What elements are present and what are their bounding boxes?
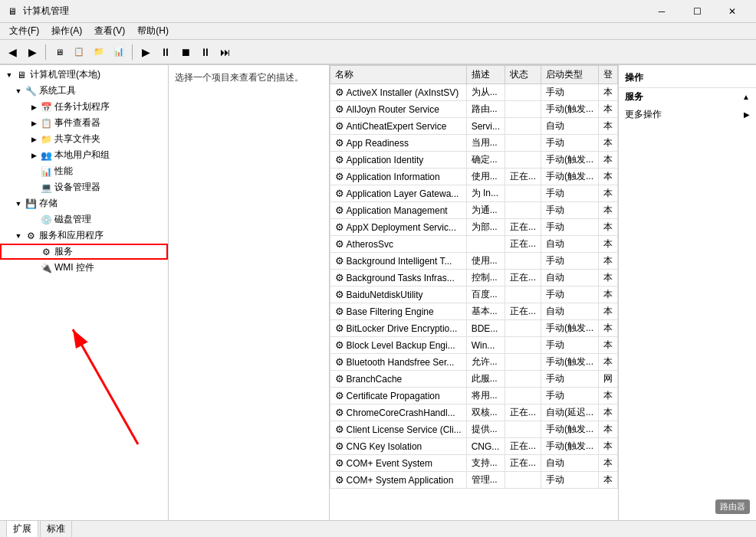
svcapp-label: 服务和应用程序 — [39, 229, 104, 242]
col-name[interactable]: 名称 — [330, 66, 466, 84]
title-bar: 🖥 计算机管理 ─ ☐ ✕ — [0, 0, 756, 23]
table-area[interactable]: 名称 描述 状态 启动类型 登 ⚙ActiveX Installer (AxIn… — [330, 65, 618, 520]
table-row[interactable]: ⚙ChromeCoreCrashHandl...双核...正在...自动(延迟.… — [330, 404, 617, 421]
stop-button[interactable]: ⏹ — [176, 43, 195, 61]
table-row[interactable]: ⚙BitLocker Drive Encryptio...BDE...手动(触发… — [330, 320, 617, 337]
menu-view[interactable]: 查看(V) — [88, 23, 131, 39]
tree-event-viewer[interactable]: ▶ 📋 事件查看器 — [0, 115, 168, 131]
table-row[interactable]: ⚙BaiduNetdiskUtility百度...手动本 — [330, 287, 617, 303]
service-desc-cell: 将用... — [466, 388, 505, 404]
col-login[interactable]: 登 — [599, 66, 618, 84]
table-row[interactable]: ⚙AllJoyn Router Service路由...手动(触发...本 — [330, 101, 617, 118]
back-button[interactable]: ◀ — [3, 43, 21, 61]
table-row[interactable]: ⚙App Readiness当用...手动本 — [330, 135, 617, 152]
shared-toggle[interactable]: ▶ — [28, 133, 40, 146]
root-icon: 🖥 — [15, 69, 28, 81]
table-row[interactable]: ⚙AtherosSvc正在...自动本 — [330, 236, 617, 253]
table-row[interactable]: ⚙Client License Service (Cli...提供...手动(触… — [330, 421, 617, 438]
table-row[interactable]: ⚙AntiCheatExpert ServiceServi...自动本 — [330, 118, 617, 135]
tree-device-manager[interactable]: 💻 设备管理器 — [0, 179, 168, 195]
tree-disk-management[interactable]: 💿 磁盘管理 — [0, 211, 168, 228]
table-row[interactable]: ⚙Base Filtering Engine基本...正在...自动本 — [330, 303, 617, 320]
services-description: 选择一个项目来查看它的描述。 — [169, 65, 330, 520]
forward-button[interactable]: ▶ — [23, 43, 41, 61]
tree-wmi[interactable]: 🔌 WMI 控件 — [0, 260, 168, 276]
event-toggle[interactable]: ▶ — [28, 117, 40, 129]
toolbar-btn3[interactable]: 📁 — [90, 43, 108, 61]
svc-icon: ⚙ — [40, 246, 52, 258]
services-area: 选择一个项目来查看它的描述。 名称 描述 状态 启动类型 登 — [169, 65, 756, 520]
users-toggle[interactable]: ▶ — [28, 149, 40, 162]
service-status-cell: 正在... — [505, 270, 541, 287]
toolbar-btn4[interactable]: 📊 — [110, 43, 128, 61]
menu-file[interactable]: 文件(F) — [3, 23, 45, 39]
play-button[interactable]: ▶ — [136, 43, 155, 61]
service-name-cell: ⚙Bluetooth Handsfree Ser... — [330, 354, 466, 371]
tree-system-tools[interactable]: ▼ 🔧 系统工具 — [0, 83, 168, 99]
menu-help[interactable]: 帮助(H) — [131, 23, 175, 39]
tree-performance[interactable]: 📊 性能 — [0, 163, 168, 179]
table-row[interactable]: ⚙Block Level Backup Engi...Win...手动本 — [330, 337, 617, 354]
toolbar-btn1[interactable]: 🖥 — [50, 43, 68, 61]
service-desc-cell: 路由... — [466, 101, 505, 118]
action-more[interactable]: 更多操作 ▶ — [619, 106, 756, 123]
table-row[interactable]: ⚙Application Information使用...正在...手动(触发.… — [330, 169, 617, 185]
table-row[interactable]: ⚙Background Tasks Infras...控制...正在...自动本 — [330, 270, 617, 287]
table-row[interactable]: ⚙Application Identity确定...手动(触发...本 — [330, 152, 617, 169]
table-row[interactable]: ⚙COM+ System Application管理...手动本 — [330, 472, 617, 489]
svcapp-icon: ⚙ — [25, 230, 37, 242]
table-row[interactable]: ⚙AppX Deployment Servic...为部...正在...手动本 — [330, 219, 617, 236]
table-row[interactable]: ⚙ActiveX Installer (AxInstSV)为从...手动本 — [330, 84, 617, 101]
toolbar-btn2[interactable]: 📋 — [70, 43, 88, 61]
service-status-cell — [505, 371, 541, 388]
service-login-cell: 本 — [599, 101, 618, 118]
service-name-cell: ⚙BaiduNetdiskUtility — [330, 287, 466, 303]
storage-toggle[interactable]: ▼ — [12, 198, 25, 210]
col-desc[interactable]: 描述 — [466, 66, 505, 84]
action-panel: 操作 服务 ▲ 更多操作 ▶ — [618, 65, 756, 520]
col-status[interactable]: 状态 — [505, 66, 541, 84]
perf-toggle[interactable] — [28, 165, 40, 178]
tree-root[interactable]: ▼ 🖥 计算机管理(本地) — [0, 67, 168, 83]
service-desc-cell: 双核... — [466, 404, 505, 421]
sys-toggle[interactable]: ▼ — [12, 85, 25, 97]
table-row[interactable]: ⚙CNG Key IsolationCNG...正在...手动(触发...本 — [330, 438, 617, 455]
task-toggle[interactable]: ▶ — [28, 101, 40, 113]
pause2-button[interactable]: ⏸ — [196, 43, 215, 61]
service-desc-cell: 提供... — [466, 421, 505, 438]
root-toggle[interactable]: ▼ — [3, 69, 15, 81]
disk-toggle[interactable] — [28, 214, 40, 226]
service-name-cell: ⚙Application Management — [330, 202, 466, 219]
tree-services-apps[interactable]: ▼ ⚙ 服务和应用程序 — [0, 228, 168, 244]
tab-expand[interactable]: 扩展 — [6, 520, 38, 537]
tab-standard[interactable]: 标准 — [40, 520, 72, 537]
tree-local-users[interactable]: ▶ 👥 本地用户和组 — [0, 147, 168, 163]
tree-shared-folders[interactable]: ▶ 📁 共享文件夹 — [0, 131, 168, 147]
service-login-cell: 本 — [599, 337, 618, 354]
menu-action[interactable]: 操作(A) — [45, 23, 88, 39]
service-desc-cell: 控制... — [466, 270, 505, 287]
table-row[interactable]: ⚙Certificate Propagation将用...手动本 — [330, 388, 617, 404]
table-row[interactable]: ⚙COM+ Event System支持...正在...自动本 — [330, 455, 617, 472]
service-name-cell: ⚙COM+ System Application — [330, 472, 466, 489]
device-toggle[interactable] — [28, 182, 40, 194]
tree-storage[interactable]: ▼ 💾 存储 — [0, 195, 168, 211]
table-row[interactable]: ⚙Bluetooth Handsfree Ser...允许...手动(触发...… — [330, 354, 617, 371]
service-login-cell: 本 — [599, 185, 618, 202]
table-row[interactable]: ⚙Application Layer Gatewa...为 In...手动本 — [330, 185, 617, 202]
wmi-toggle[interactable] — [28, 262, 40, 274]
svc-toggle[interactable] — [28, 246, 40, 258]
table-row[interactable]: ⚙Background Intelligent T...使用...手动本 — [330, 253, 617, 270]
col-startup[interactable]: 启动类型 — [541, 66, 599, 84]
tree-task-scheduler[interactable]: ▶ 📅 任务计划程序 — [0, 99, 168, 115]
table-row[interactable]: ⚙BranchCache此服...手动网 — [330, 371, 617, 388]
table-row[interactable]: ⚙Application Management为通...手动本 — [330, 202, 617, 219]
pause-button[interactable]: ⏸ — [156, 43, 175, 61]
next-button[interactable]: ⏭ — [216, 43, 235, 61]
minimize-button[interactable]: ─ — [644, 0, 679, 23]
service-startup-cell: 手动 — [541, 219, 599, 236]
svcapp-toggle[interactable]: ▼ — [12, 230, 25, 242]
maximize-button[interactable]: ☐ — [679, 0, 715, 23]
tree-services[interactable]: ⚙ 服务 — [0, 244, 168, 260]
close-button[interactable]: ✕ — [715, 0, 750, 23]
